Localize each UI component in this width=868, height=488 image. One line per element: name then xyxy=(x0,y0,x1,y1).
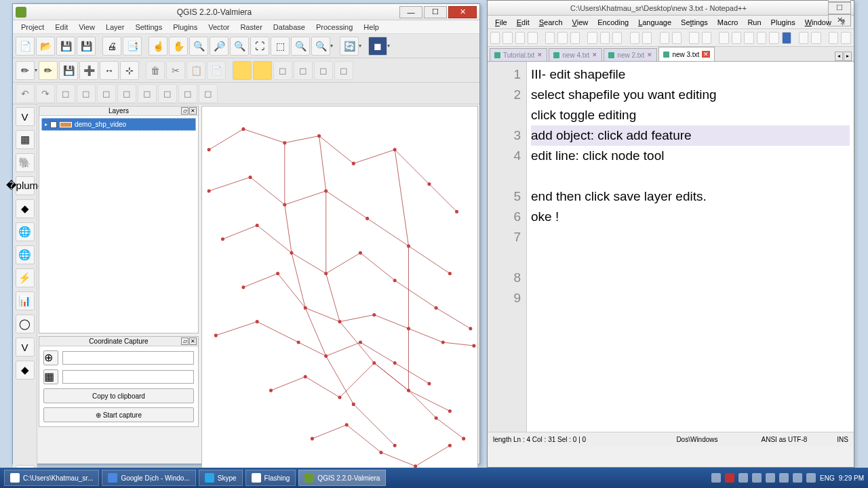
menu-project[interactable]: Project xyxy=(16,22,50,33)
close-button[interactable]: ✕ xyxy=(448,6,477,18)
add-raster-icon[interactable]: ▦ xyxy=(16,130,35,149)
indent-guide-icon[interactable] xyxy=(769,32,778,44)
tray-icon[interactable] xyxy=(779,473,789,483)
func-list-icon[interactable] xyxy=(811,32,821,44)
delete-part-icon[interactable]: ◻ xyxy=(138,84,157,103)
delete-ring-icon[interactable]: ◻ xyxy=(117,84,136,103)
tray-icon[interactable] xyxy=(738,473,748,483)
save-icon[interactable]: 💾 xyxy=(56,37,75,56)
zoom-in-icon[interactable] xyxy=(689,32,698,44)
add-ring-icon[interactable]: ◻ xyxy=(77,84,96,103)
menu-layer[interactable]: Layer xyxy=(100,22,130,33)
save-as-icon[interactable]: 💾 xyxy=(77,37,96,56)
menu-file[interactable]: File xyxy=(490,17,512,28)
start-capture-button[interactable]: ⊕ Start capture xyxy=(43,407,194,422)
add-wcs-icon[interactable]: 🌐 xyxy=(16,245,35,264)
save-layer-edits-icon[interactable]: 💾 xyxy=(59,61,78,80)
taskbar-item[interactable]: Flashing xyxy=(245,470,296,486)
tab-new3[interactable]: new 3.txt✕ xyxy=(658,47,715,61)
cut-icon[interactable]: ✂ xyxy=(166,61,185,80)
taskbar-item[interactable]: Google Dịch - Windo... xyxy=(102,470,195,486)
add-feature-icon[interactable]: ➕ xyxy=(79,61,98,80)
label-icon-4[interactable]: ◻ xyxy=(334,61,353,80)
all-chars-icon[interactable] xyxy=(757,32,766,44)
coord-input-2[interactable] xyxy=(62,370,194,384)
open-project-icon[interactable]: 📂 xyxy=(36,37,55,56)
sync-h-icon[interactable] xyxy=(732,32,741,44)
tray-clock[interactable]: 9:29 PM xyxy=(839,474,864,482)
menu-window[interactable]: Window xyxy=(800,17,836,28)
menu-raster[interactable]: Raster xyxy=(235,22,267,33)
map-canvas[interactable] xyxy=(201,106,478,483)
doc-map-icon[interactable] xyxy=(799,32,808,44)
print-composer-icon[interactable]: 🖨 xyxy=(102,37,121,56)
pan-selection-icon[interactable]: ✋ xyxy=(169,37,188,56)
save-all-icon[interactable] xyxy=(528,32,537,44)
menu-vector[interactable]: Vector xyxy=(203,22,235,33)
tab-scroll-right-icon[interactable]: ▸ xyxy=(844,52,852,61)
open-icon[interactable] xyxy=(502,32,512,44)
tray-icon[interactable] xyxy=(766,473,775,483)
new-shapefile-icon[interactable]: V xyxy=(16,338,35,357)
tray-icon[interactable] xyxy=(725,473,734,483)
tab-new4[interactable]: new 4.txt✕ xyxy=(549,48,602,61)
taskbar-item[interactable]: QGIS 2.2.0-Valmiera xyxy=(298,470,386,486)
maximize-button[interactable]: ☐ xyxy=(828,2,851,14)
coord-input-1[interactable] xyxy=(62,351,194,365)
refresh-icon[interactable]: 🔄 xyxy=(340,37,359,56)
copy-icon[interactable]: 📋 xyxy=(186,61,205,80)
menu-plugins[interactable]: Plugins xyxy=(167,22,203,33)
close-all-icon[interactable] xyxy=(557,32,567,44)
cut-icon[interactable] xyxy=(587,32,597,44)
record-icon[interactable] xyxy=(829,32,838,44)
tray-icon[interactable] xyxy=(711,473,721,483)
npp-titlebar[interactable]: C:\Users\Khatmau_sr\Desktop\new 3.txt - … xyxy=(488,1,854,16)
undock-icon[interactable]: ▱ xyxy=(181,107,189,115)
sync-v-icon[interactable] xyxy=(719,32,728,44)
label-icon-3[interactable]: ◻ xyxy=(314,61,333,80)
zoom-out-icon[interactable] xyxy=(702,32,711,44)
taskbar-item[interactable]: C:\Users\Khatmau_sr... xyxy=(4,470,99,486)
replace-icon[interactable] xyxy=(672,32,682,44)
layer-item[interactable]: ▸ demo_shp_video xyxy=(41,118,196,131)
tray-icon[interactable] xyxy=(806,473,816,483)
undo-icon[interactable] xyxy=(630,32,639,44)
udl-icon[interactable] xyxy=(782,32,791,44)
current-edits-icon[interactable]: ✏ xyxy=(16,61,35,80)
menu-plugins[interactable]: Plugins xyxy=(766,17,800,28)
crs-icon[interactable]: ⊕ xyxy=(43,350,58,365)
add-vector-icon[interactable]: V xyxy=(16,107,35,126)
menu-processing[interactable]: Processing xyxy=(311,22,358,33)
npp-editor[interactable]: 12 34 567 89 III- edit shapefileselect s… xyxy=(488,62,854,432)
label-icon-2[interactable]: ◻ xyxy=(294,61,313,80)
menu-macro[interactable]: Macro xyxy=(713,17,743,28)
move-feature-icon[interactable]: ↔ xyxy=(100,61,119,80)
reshape-icon[interactable]: ◻ xyxy=(158,84,177,103)
new-icon[interactable] xyxy=(490,32,500,44)
copy-icon[interactable] xyxy=(600,32,610,44)
offset-icon[interactable]: ◻ xyxy=(178,84,197,103)
menu-edit[interactable]: Edit xyxy=(50,22,73,33)
qgis-titlebar[interactable]: QGIS 2.2.0-Valmiera — ☐ ✕ xyxy=(13,4,479,20)
node-tool-icon[interactable]: ⊹ xyxy=(120,61,139,80)
abc-icon-2[interactable] xyxy=(253,61,272,80)
menu-edit[interactable]: Edit xyxy=(512,17,534,28)
menu-language[interactable]: Language xyxy=(633,17,676,28)
simplify-icon[interactable]: ◻ xyxy=(56,84,75,103)
undo-icon[interactable]: ↶ xyxy=(16,84,35,103)
undock-icon[interactable]: ▱ xyxy=(181,338,189,345)
menu-view[interactable]: View xyxy=(73,22,100,33)
abc-icon-1[interactable] xyxy=(233,61,252,80)
menu-run[interactable]: Run xyxy=(743,17,766,28)
menu-encoding[interactable]: Encoding xyxy=(593,17,633,28)
paste-icon[interactable]: 📄 xyxy=(207,61,226,80)
code-area[interactable]: III- edit shapefileselect shapefile you … xyxy=(527,62,854,432)
wrap-icon[interactable] xyxy=(744,32,753,44)
maximize-button[interactable]: ☐ xyxy=(424,6,447,18)
tray-lang[interactable]: ENG xyxy=(820,474,835,482)
zoom-full-icon[interactable]: ⛶ xyxy=(250,37,269,56)
layer-visibility-checkbox[interactable] xyxy=(50,121,57,128)
delete-selected-icon[interactable]: 🗑 xyxy=(146,61,165,80)
add-mssql-icon[interactable]: ◆ xyxy=(16,199,35,218)
grid-icon[interactable]: ▦ xyxy=(43,369,58,384)
